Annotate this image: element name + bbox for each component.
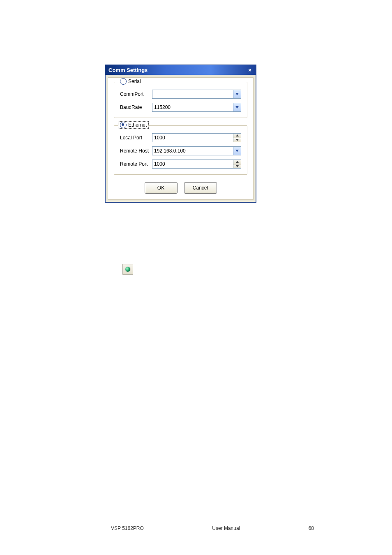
footer-product: VSP 5162PRO [111, 525, 144, 531]
commport-combobox[interactable] [152, 90, 241, 99]
comm-settings-dialog: Comm Settings × Serial CommPort [105, 65, 256, 203]
footer-doc-title: User Manual [212, 525, 240, 531]
remoteport-row: Remote Port 1000 [120, 160, 241, 169]
chevron-down-icon [236, 139, 239, 141]
chevron-down-icon [235, 106, 239, 109]
chevron-down-icon [236, 165, 239, 167]
serial-radio-label[interactable]: Serial [118, 78, 143, 85]
localport-value: 1000 [152, 134, 233, 142]
dialog-button-row: OK Cancel [114, 182, 247, 194]
ethernet-legend-text: Ethernet [128, 122, 147, 128]
remoteport-spin-buttons [233, 160, 241, 168]
remotehost-dropdown-button[interactable] [233, 147, 241, 155]
footer-page-number: 68 [309, 525, 314, 531]
localport-row: Local Port 1000 [120, 133, 241, 142]
ethernet-radio-label[interactable]: Ethernet [118, 122, 148, 128]
remoteport-label: Remote Port [120, 161, 152, 167]
cancel-button[interactable]: Cancel [184, 182, 217, 194]
chevron-down-icon [235, 150, 239, 152]
bullseye-icon [125, 267, 130, 272]
baudrate-value: 115200 [152, 103, 233, 111]
baudrate-label: BaudRate [120, 104, 152, 110]
remoteport-spin-down[interactable] [233, 164, 241, 169]
chevron-down-icon [235, 93, 239, 95]
remotehost-combobox[interactable]: 192.168.0.100 [152, 146, 241, 155]
serial-group: Serial CommPort BaudRate 115200 [114, 82, 247, 118]
serial-legend-text: Serial [128, 79, 141, 84]
remoteport-value: 1000 [152, 160, 233, 168]
baudrate-combobox[interactable]: 115200 [152, 103, 241, 112]
localport-spinner[interactable]: 1000 [152, 133, 241, 142]
localport-label: Local Port [120, 135, 152, 141]
baudrate-dropdown-button[interactable] [233, 103, 241, 111]
localport-spin-down[interactable] [233, 138, 241, 142]
ethernet-radio[interactable] [120, 122, 127, 128]
remoteport-spinner[interactable]: 1000 [152, 160, 241, 169]
dialog-titlebar[interactable]: Comm Settings × [105, 65, 256, 75]
localport-spin-up[interactable] [233, 134, 241, 138]
remotehost-row: Remote Host 192.168.0.100 [120, 146, 241, 155]
dialog-client-area: Serial CommPort BaudRate 115200 [108, 77, 254, 200]
chevron-up-icon [236, 134, 239, 136]
close-icon[interactable]: × [246, 67, 254, 73]
ethernet-group: Ethernet Local Port 1000 Remote Host [114, 125, 247, 175]
remotehost-label: Remote Host [120, 148, 152, 154]
serial-radio[interactable] [120, 78, 127, 85]
remoteport-spin-up[interactable] [233, 160, 241, 164]
dialog-title: Comm Settings [108, 67, 148, 73]
connection-indicator-button[interactable] [122, 264, 133, 275]
remotehost-value: 192.168.0.100 [152, 147, 233, 155]
commport-value [152, 90, 233, 98]
localport-spin-buttons [233, 134, 241, 142]
chevron-up-icon [236, 161, 239, 163]
baudrate-row: BaudRate 115200 [120, 103, 241, 112]
commport-row: CommPort [120, 90, 241, 99]
commport-label: CommPort [120, 91, 152, 97]
page-footer: VSP 5162PRO User Manual 68 [0, 525, 392, 531]
ok-button[interactable]: OK [145, 182, 178, 194]
commport-dropdown-button[interactable] [233, 90, 241, 98]
page-root: Comm Settings × Serial CommPort [0, 0, 392, 555]
